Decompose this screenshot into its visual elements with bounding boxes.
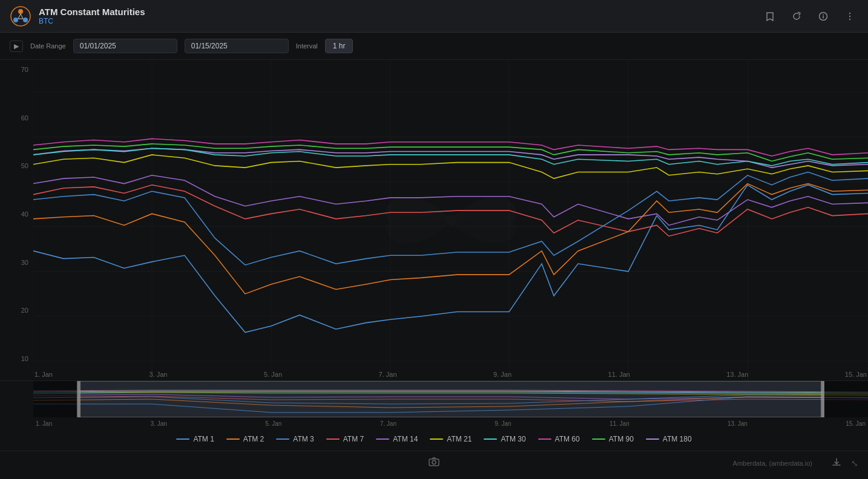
svg-point-2 <box>13 18 18 22</box>
interval-button[interactable]: 1 hr <box>325 39 353 53</box>
app-subtitle: BTC <box>39 17 145 25</box>
y-label-60: 60 <box>5 114 28 122</box>
mini-chart-container[interactable]: 1. Jan 3. Jan 5. Jan 7. Jan 9. Jan 11. J… <box>0 380 868 428</box>
svg-point-12 <box>849 18 850 19</box>
legend-color-atm21 <box>430 438 443 440</box>
svg-rect-31 <box>823 381 868 417</box>
y-label-70: 70 <box>5 66 28 73</box>
svg-point-11 <box>849 15 850 16</box>
header-title-group: ATM Constant Maturities BTC <box>39 7 145 25</box>
legend-color-atm7 <box>326 438 340 440</box>
mini-x-13jan: 13. Jan <box>728 420 748 427</box>
legend-item-atm7[interactable]: ATM 7 <box>326 435 364 443</box>
legend-color-atm90 <box>592 438 605 440</box>
mini-x-9jan: 9. Jan <box>495 420 511 427</box>
legend-label-atm2: ATM 2 <box>243 435 264 443</box>
legend-label-atm3: ATM 3 <box>293 435 314 443</box>
legend-item-atm21[interactable]: ATM 21 <box>430 435 472 443</box>
y-label-30: 30 <box>5 259 28 266</box>
svg-rect-32 <box>79 381 823 417</box>
legend-item-atm60[interactable]: ATM 60 <box>538 435 580 443</box>
app-title: ATM Constant Maturities <box>39 7 145 17</box>
footer-bar: Amberdata, (amberdata.io) ⤡ <box>0 451 868 475</box>
legend-item-atm180[interactable]: ATM 180 <box>646 435 692 443</box>
legend-color-atm1 <box>176 438 189 440</box>
legend-label-atm21: ATM 21 <box>447 435 472 443</box>
more-button[interactable] <box>841 8 858 25</box>
y-axis: 10 20 30 40 50 60 70 <box>0 60 33 380</box>
chart-svg-area[interactable]: 1. Jan 3. Jan 5. Jan 7. Jan 9. Jan 11. J… <box>33 60 868 380</box>
mini-x-axis: 1. Jan 3. Jan 5. Jan 7. Jan 9. Jan 11. J… <box>33 420 868 427</box>
controls-bar: ▶ Date Range Interval 1 hr <box>0 33 868 60</box>
mini-chart-svg <box>33 381 868 417</box>
legend-item-atm1[interactable]: ATM 1 <box>176 435 214 443</box>
x-label-11jan: 11. Jan <box>608 371 630 378</box>
date-range-label: Date Range <box>30 42 66 50</box>
legend-color-atm14 <box>376 438 389 440</box>
legend-item-atm14[interactable]: ATM 14 <box>376 435 418 443</box>
chart-legend: ATM 1 ATM 2 ATM 3 ATM 7 ATM 14 ATM 21 AT… <box>0 428 868 451</box>
svg-point-36 <box>432 460 436 464</box>
x-label-9jan: 9. Jan <box>493 371 511 378</box>
legend-color-atm3 <box>276 438 289 440</box>
y-label-20: 20 <box>5 307 28 314</box>
svg-rect-30 <box>33 381 79 417</box>
header-left: ATM Constant Maturities BTC <box>10 5 145 27</box>
x-label-15jan: 15. Jan <box>845 371 867 378</box>
legend-item-atm90[interactable]: ATM 90 <box>592 435 634 443</box>
y-label-40: 40 <box>5 210 28 218</box>
mini-x-7jan: 7. Jan <box>380 420 396 427</box>
legend-label-atm90: ATM 90 <box>609 435 634 443</box>
legend-label-atm30: ATM 30 <box>501 435 525 443</box>
camera-button[interactable] <box>429 457 439 469</box>
footer-center <box>429 457 439 469</box>
date-start-input[interactable] <box>73 39 177 53</box>
svg-point-13 <box>446 215 456 226</box>
svg-rect-34 <box>821 381 824 417</box>
mini-chart-inner[interactable]: 1. Jan 3. Jan 5. Jan 7. Jan 9. Jan 11. J… <box>33 381 868 428</box>
legend-label-atm14: ATM 14 <box>393 435 418 443</box>
legend-item-atm30[interactable]: ATM 30 <box>484 435 525 443</box>
svg-point-3 <box>23 18 28 22</box>
svg-rect-35 <box>429 459 439 466</box>
x-label-7jan: 7. Jan <box>379 371 397 378</box>
legend-color-atm30 <box>484 438 497 440</box>
y-label-10: 10 <box>5 355 28 362</box>
svg-point-9 <box>823 14 824 15</box>
legend-color-atm180 <box>646 438 659 440</box>
date-end-input[interactable] <box>185 39 289 53</box>
legend-color-atm2 <box>226 438 240 440</box>
legend-color-atm60 <box>538 438 551 440</box>
x-axis: 1. Jan 3. Jan 5. Jan 7. Jan 9. Jan 11. J… <box>33 371 868 378</box>
y-label-50: 50 <box>5 162 28 169</box>
mini-x-11jan: 11. Jan <box>610 420 630 427</box>
x-label-5jan: 5. Jan <box>264 371 282 378</box>
legend-label-atm180: ATM 180 <box>663 435 692 443</box>
app-logo <box>10 5 31 27</box>
svg-point-1 <box>18 9 23 14</box>
svg-point-10 <box>849 12 850 13</box>
legend-label-atm1: ATM 1 <box>193 435 214 443</box>
legend-label-atm60: ATM 60 <box>555 435 580 443</box>
interval-label: Interval <box>296 42 318 50</box>
attribution-text: Amberdata, (amberdata.io) <box>733 460 812 467</box>
header-actions <box>761 8 858 25</box>
resize-handle[interactable]: ⤡ <box>851 458 858 468</box>
x-label-1jan: 1. Jan <box>35 371 53 378</box>
svg-rect-33 <box>77 381 81 417</box>
main-chart-container: 10 20 30 40 50 60 70 <box>0 60 868 380</box>
x-label-13jan: 13. Jan <box>726 371 748 378</box>
expand-button[interactable]: ▶ <box>10 41 23 52</box>
x-label-3jan: 3. Jan <box>150 371 168 378</box>
svg-line-5 <box>21 14 23 19</box>
download-button[interactable] <box>832 457 841 469</box>
info-button[interactable] <box>815 8 832 25</box>
svg-line-4 <box>18 14 21 19</box>
legend-item-atm3[interactable]: ATM 3 <box>276 435 314 443</box>
mini-x-3jan: 3. Jan <box>151 420 167 427</box>
legend-item-atm2[interactable]: ATM 2 <box>226 435 264 443</box>
mini-x-5jan: 5. Jan <box>265 420 281 427</box>
bookmark-button[interactable] <box>761 8 778 25</box>
mini-x-15jan: 15. Jan <box>846 420 866 427</box>
refresh-button[interactable] <box>788 8 805 25</box>
